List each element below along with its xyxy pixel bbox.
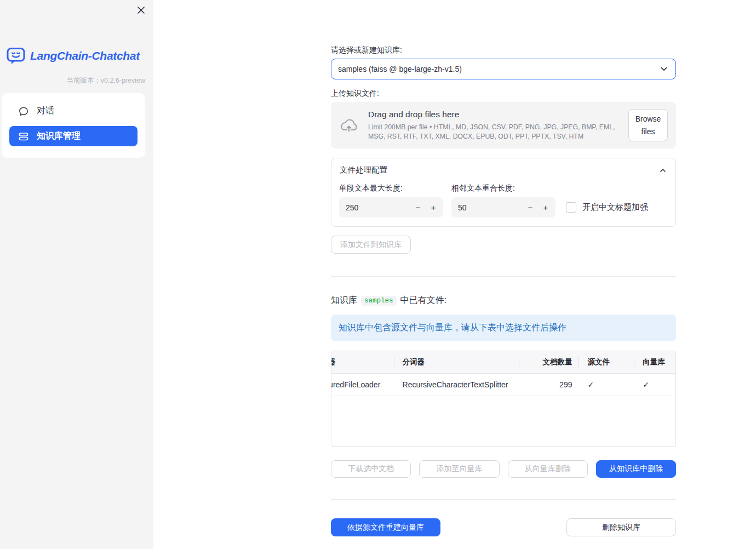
uploader-hint: Limit 200MB per file • HTML, MD, JSON, C… [368,123,619,140]
kb-files-heading: 知识库 samples 中已有文件: [331,295,676,306]
rebuild-vectorstore-button[interactable]: 依据源文件重建向量库 [331,518,440,536]
logo-text: LangChain-Chatchat [30,49,140,62]
version-value: v0.2.6-preview [101,77,145,84]
column-header-loader[interactable]: 文档加载器 [331,351,394,373]
upload-label: 上传知识文件: [331,89,676,98]
kb-files-table[interactable]: 文档加载器 分词器 文档数量 源文件 向量库 UnstructuredFileL… [331,351,676,447]
cell-splitter: RecursiveCharacterTextSplitter [394,374,519,396]
logo-chat-icon [7,47,25,65]
column-header-source-file[interactable]: 源文件 [579,351,634,373]
list-cards-icon [18,131,29,142]
chevron-up-icon [658,166,667,175]
kb-select[interactable]: samples (faiss @ bge-large-zh-v1.5) [331,59,676,79]
upload-cloud-icon [339,117,359,134]
uploader-text: Drag and drop files here Limit 200MB per… [368,110,619,140]
chunk-size-label: 单段文本最大长度: [339,184,443,193]
table-row[interactable]: UnstructuredFileLoader RecursiveCharacte… [331,374,675,396]
sidebar-item-chat[interactable]: 对话 [9,101,138,121]
sidebar-nav: 对话 知识库管理 [2,93,145,158]
version-text: 当前版本：v0.2.6-preview [66,76,145,85]
info-text: 知识库中包含源文件与向量库，请从下表中选择文件后操作 [339,322,566,334]
expander-header[interactable]: 文件处理配置 [331,158,675,180]
file-action-buttons: 下载选中文档 添加至向量库 从向量库删除 从知识库中删除 [331,460,676,478]
file-config-expander: 文件处理配置 单段文本最大长度: 250 − + 相邻文本重合长度: 50 [331,158,676,227]
overlap-size-value: 50 [458,203,523,212]
expander-title: 文件处理配置 [340,165,387,175]
browse-files-button[interactable]: Browse files [628,109,668,141]
kb-files-suffix: 中已有文件: [400,295,446,306]
uploader-title: Drag and drop files here [368,110,619,119]
sidebar-item-label: 知识库管理 [37,130,81,142]
column-header-splitter[interactable]: 分词器 [394,351,519,373]
chunk-size-field: 单段文本最大长度: 250 − + [339,184,443,218]
check-icon: ✓ [587,380,594,389]
kb-select-label: 请选择或新建知识库: [331,45,676,55]
chunk-size-input[interactable]: 250 − + [339,197,443,218]
sidebar-item-label: 对话 [37,105,54,117]
expander-content: 单段文本最大长度: 250 − + 相邻文本重合长度: 50 − + [331,180,675,226]
info-alert: 知识库中包含源文件与向量库，请从下表中选择文件后操作 [331,314,676,341]
kb-name-code: samples [361,296,397,306]
decrement-button[interactable]: − [410,203,426,212]
column-header-vectorstore[interactable]: 向量库 [634,351,675,373]
cell-loader: UnstructuredFileLoader [331,374,394,396]
sidebar-close-button[interactable] [135,4,146,15]
divider [331,499,676,500]
add-files-to-kb-button[interactable]: 添加文件到知识库 [331,236,411,254]
overlap-size-label: 相邻文本重合长度: [451,184,555,193]
app-logo: LangChain-Chatchat [7,47,140,65]
check-icon: ✓ [643,380,649,389]
kb-select-value: samples (faiss @ bge-large-zh-v1.5) [338,65,462,73]
checkbox-label: 开启中文标题加强 [582,202,648,213]
download-selected-button[interactable]: 下载选中文档 [331,460,411,478]
divider [331,276,676,277]
delete-from-kb-button[interactable]: 从知识库中删除 [596,460,676,478]
main-content: 请选择或新建知识库: samples (faiss @ bge-large-zh… [331,0,676,536]
delete-kb-button[interactable]: 删除知识库 [566,518,676,536]
table-empty-area [331,396,675,446]
chevron-down-icon [659,64,669,74]
overlap-size-input[interactable]: 50 − + [451,197,555,218]
kb-files-prefix: 知识库 [331,295,357,306]
delete-from-vectorstore-button[interactable]: 从向量库删除 [508,460,588,478]
cell-doc-count: 299 [519,374,579,396]
table-header-row: 文档加载器 分词器 文档数量 源文件 向量库 [331,351,675,374]
chat-bubble-icon [18,106,29,117]
version-label: 当前版本： [66,77,101,84]
cell-vectorstore-check: ✓ [634,374,675,396]
cell-source-file-check: ✓ [579,374,634,396]
zh-title-enhance-checkbox[interactable]: 开启中文标题加强 [564,197,668,218]
column-header-doc-count[interactable]: 文档数量 [519,351,579,373]
increment-button[interactable]: + [538,203,553,212]
kb-action-buttons: 依据源文件重建向量库 删除知识库 [331,518,676,536]
overlap-size-field: 相邻文本重合长度: 50 − + [451,184,555,218]
decrement-button[interactable]: − [523,203,538,212]
chunk-size-value: 250 [346,203,410,212]
increment-button[interactable]: + [426,203,441,212]
checkbox-icon[interactable] [566,202,576,213]
file-uploader-dropzone[interactable]: Drag and drop files here Limit 200MB per… [331,102,676,148]
add-to-vectorstore-button[interactable]: 添加至向量库 [419,460,499,478]
sidebar-item-kb-management[interactable]: 知识库管理 [9,126,138,146]
close-icon [137,6,145,14]
sidebar: LangChain-Chatchat 当前版本：v0.2.6-preview 对… [0,0,153,549]
